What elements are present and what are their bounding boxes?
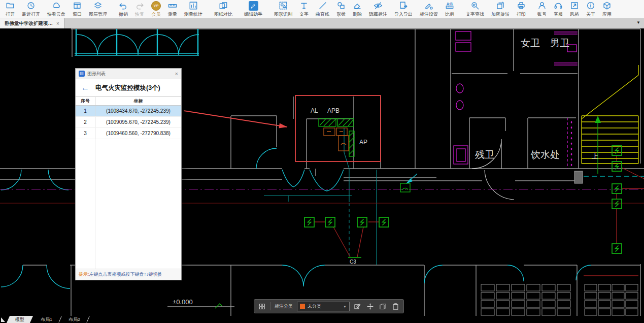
detector-symbol xyxy=(612,162,622,171)
toolbar-button-find-text[interactable]: 文字查找 xyxy=(462,1,488,18)
toolbar-button-annotation-settings[interactable]: 标注设置 xyxy=(416,1,442,18)
toolbar-button-label: 应用 xyxy=(602,11,612,18)
undo-icon xyxy=(119,1,128,11)
toolbar-button-scale[interactable]: 比例 xyxy=(442,1,458,18)
toolbar-group: 文字查找加密旋转打印 xyxy=(462,1,529,18)
toolbar-button-window[interactable]: 窗口 xyxy=(69,1,85,18)
toolbar-button-account[interactable]: 账号 xyxy=(534,1,550,18)
toolbar-collapse-icon[interactable]: ▼ xyxy=(636,21,640,25)
row-coordinate: (1009095.670, -272245.239) xyxy=(95,119,181,125)
cad-desk-grids xyxy=(481,284,638,315)
toolbar-button-text[interactable]: 文字 xyxy=(296,1,312,18)
toolbar-group: 撤销恢复VIP会员测量测量统计 xyxy=(115,1,206,18)
sheet-tab-label: 布局2 xyxy=(69,317,80,322)
editbox-icon[interactable] xyxy=(354,303,361,310)
copy-icon[interactable] xyxy=(379,303,387,310)
cad-annotation-overlay xyxy=(184,95,381,162)
toolbar-button-apps[interactable]: 应用 xyxy=(599,1,615,18)
toolbar-button-label: 导入导出 xyxy=(394,11,413,18)
toolbar-group: 账号客服风格关于应用 xyxy=(534,1,615,18)
cad-label-3: 饮水处 xyxy=(530,149,560,160)
toolbar-button-label: 窗口 xyxy=(73,11,82,18)
detector-symbol xyxy=(304,217,314,227)
toolbar-button-edit-assistant[interactable]: 编辑助手 xyxy=(241,1,266,18)
category-color-swatch xyxy=(300,304,305,309)
document-tab[interactable]: 卧佛堂中学改扩建项… × xyxy=(0,18,64,28)
toolbar-button-import-export[interactable]: 导入导出 xyxy=(391,1,416,18)
sheet-tab-模型[interactable]: 模型 xyxy=(7,316,32,323)
toolbar-button-line[interactable]: 曲直线 xyxy=(312,1,333,18)
about-icon xyxy=(586,1,595,11)
toolbar-button-service[interactable]: 客服 xyxy=(550,1,566,18)
detector-symbol xyxy=(612,199,622,209)
toolbar-button-encrypt-rotate[interactable]: 加密旋转 xyxy=(488,1,513,18)
toolbar-button-label: 文字查找 xyxy=(466,11,484,18)
drawing-compare-icon xyxy=(219,1,228,11)
toolbar-button-redo[interactable]: 恢复 xyxy=(131,1,148,18)
toolbar-button-print[interactable]: 打印 xyxy=(513,1,529,18)
table-row[interactable]: 2(1009095.670, -272245.239) xyxy=(76,117,181,128)
toolbar-button-style[interactable]: 风格 xyxy=(566,1,583,18)
toolbar-button-open[interactable]: 打开 xyxy=(2,1,18,18)
delete-icon xyxy=(353,1,362,11)
toolbar-button-measure-stats[interactable]: 测量统计 xyxy=(181,1,206,18)
toolbar-button-about[interactable]: 关于 xyxy=(583,1,599,18)
sheet-scroll-corner xyxy=(0,316,7,323)
panel-app-icon: ▤ xyxy=(79,71,85,77)
toolbar-button-layer-manager[interactable]: 图层管理 xyxy=(85,1,111,18)
encrypt-rotate-icon xyxy=(496,1,505,11)
toolbar-button-label: 测量 xyxy=(168,11,177,18)
divider xyxy=(270,302,270,310)
toolbar-button-drawing-compare[interactable]: 图纸对比 xyxy=(211,1,236,18)
clipboard-icon[interactable] xyxy=(392,303,399,310)
pointer-arrow xyxy=(184,111,287,127)
toolbar-button-recent-open[interactable]: 最近打开 xyxy=(18,1,44,18)
toolbar-button-vip[interactable]: VIP会员 xyxy=(148,1,164,18)
category-grid-icon[interactable] xyxy=(258,303,266,310)
table-body: 1(1008434.670, -272245.239)2(1009095.670… xyxy=(76,106,181,269)
cad-label-0: 女卫 xyxy=(521,38,540,48)
sheet-tab-label: 模型 xyxy=(15,317,24,322)
column-header-index: 序号 xyxy=(76,97,95,105)
cad-text-labels: 女卫男卫残卫饮水处ALAPBAPC3上±0.000 xyxy=(173,38,598,306)
toolbar-group: 图形识别文字曲直线形状删除隐藏标注导入导出标注设置比例 xyxy=(270,1,458,18)
move-icon[interactable] xyxy=(366,303,374,310)
cad-green-symbols xyxy=(215,116,601,308)
cad-viewer-app: 打开最近打开快看云盘窗口图层管理撤销恢复VIP会员测量测量统计图纸对比编辑助手图… xyxy=(0,0,644,323)
toolbar-button-hide-annotation[interactable]: 隐藏标注 xyxy=(365,1,391,18)
find-text-icon xyxy=(470,1,480,11)
hide-annotation-icon xyxy=(374,1,383,11)
toolbar-group: 打开最近打开快看云盘窗口图层管理 xyxy=(2,1,111,18)
toolbar-button-shape-recognize[interactable]: 图形识别 xyxy=(270,1,296,18)
cad-label-2: 残卫 xyxy=(475,149,494,160)
detector-symbol xyxy=(612,184,622,193)
sheet-tab-布局1[interactable]: 布局1 xyxy=(32,316,60,323)
toolbar-button-undo[interactable]: 撤销 xyxy=(115,1,131,18)
edit-assistant-icon xyxy=(249,1,258,11)
toolbar-button-measure[interactable]: 测量 xyxy=(164,1,181,18)
category-dropdown[interactable]: 未分类 ▼ xyxy=(297,302,350,311)
panel-close-icon[interactable]: × xyxy=(175,71,178,77)
panel-header: ← 电气火灾监控模块(3个) xyxy=(76,79,181,96)
toolbar-button-label: 删除 xyxy=(353,11,362,18)
row-index: 2 xyxy=(76,117,95,127)
cad-stairs xyxy=(582,65,638,164)
sheet-tab-布局2[interactable]: 布局2 xyxy=(60,316,88,323)
toolbar-button-shapes[interactable]: 形状 xyxy=(333,1,349,18)
row-index: 1 xyxy=(76,106,95,116)
toolbar-button-label: 文字 xyxy=(299,11,309,18)
toolbar-button-delete[interactable]: 删除 xyxy=(349,1,365,18)
cad-label-7: C3 xyxy=(350,259,356,265)
detector-symbol xyxy=(357,217,367,227)
toolbar-button-label: 测量统计 xyxy=(184,11,202,18)
cad-door-arcs xyxy=(472,139,583,200)
sheet-tab-label: 布局1 xyxy=(41,317,52,322)
toolbar-button-cloud-drive[interactable]: 快看云盘 xyxy=(44,1,69,18)
back-arrow-icon[interactable]: ← xyxy=(81,84,89,92)
layer-manager-icon xyxy=(93,1,103,11)
table-row[interactable]: 1(1008434.670, -272245.239) xyxy=(76,106,181,117)
toolbar-group: 编辑助手 xyxy=(241,1,266,18)
table-row[interactable]: 3(1009460.560, -272790.838) xyxy=(76,128,181,139)
panel-title-bar[interactable]: ▤ 图形列表 × xyxy=(76,69,181,79)
document-tab-close-icon[interactable]: × xyxy=(56,21,59,26)
